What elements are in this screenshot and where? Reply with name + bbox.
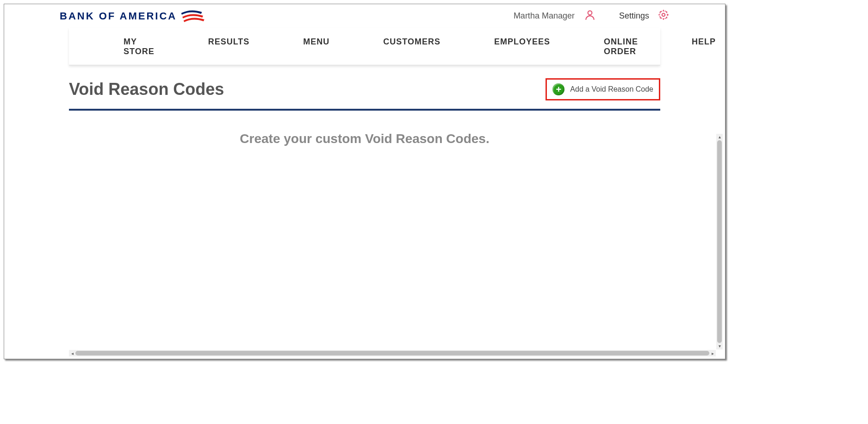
nav-online-order[interactable]: ONLINE ORDER xyxy=(600,37,642,56)
user-name-label: Martha Manager xyxy=(514,11,575,21)
main-content: Void Reason Codes + Add a Void Reason Co… xyxy=(4,60,725,337)
scroll-left-icon[interactable]: ◂ xyxy=(69,351,75,356)
content-wrap: Void Reason Codes + Add a Void Reason Co… xyxy=(4,60,725,359)
nav-customers[interactable]: CUSTOMERS xyxy=(379,37,444,56)
svg-point-1 xyxy=(662,13,665,17)
brand-text: BANK OF AMERICA xyxy=(60,10,177,22)
gear-icon xyxy=(657,9,670,23)
page-title: Void Reason Codes xyxy=(69,80,224,99)
header-bar: BANK OF AMERICA Martha Manager xyxy=(4,4,725,28)
app-window: BANK OF AMERICA Martha Manager xyxy=(4,4,725,359)
vertical-scrollbar[interactable]: ▴ ▾ xyxy=(716,134,723,349)
nav-results[interactable]: RESULTS xyxy=(205,37,254,56)
scroll-down-icon[interactable]: ▾ xyxy=(719,343,721,349)
plus-circle-icon: + xyxy=(552,83,564,95)
page-subtitle: Create your custom Void Reason Codes. xyxy=(69,131,660,146)
settings-menu[interactable]: Settings xyxy=(619,9,670,23)
scroll-up-icon[interactable]: ▴ xyxy=(719,134,721,140)
scroll-right-icon[interactable]: ▸ xyxy=(709,351,716,356)
horizontal-scroll-thumb[interactable] xyxy=(75,351,709,355)
brand-logo[interactable]: BANK OF AMERICA xyxy=(60,9,207,23)
header-right: Martha Manager Settings xyxy=(514,9,670,23)
page-header-row: Void Reason Codes + Add a Void Reason Co… xyxy=(69,78,660,111)
horizontal-scrollbar[interactable]: ◂ ▸ xyxy=(69,350,716,356)
add-void-reason-button[interactable]: + Add a Void Reason Code xyxy=(546,78,660,100)
svg-point-0 xyxy=(588,11,592,15)
add-void-reason-label: Add a Void Reason Code xyxy=(570,85,653,94)
flag-stripes-icon xyxy=(181,9,207,23)
settings-label: Settings xyxy=(619,11,649,21)
nav-my-store[interactable]: MY STORE xyxy=(120,37,158,56)
nav-employees[interactable]: EMPLOYEES xyxy=(490,37,554,56)
user-menu[interactable]: Martha Manager xyxy=(514,9,596,23)
nav-help[interactable]: HELP xyxy=(688,37,719,56)
person-icon xyxy=(584,9,596,23)
vertical-scroll-thumb[interactable] xyxy=(717,140,722,343)
nav-menu[interactable]: MENU xyxy=(299,37,333,56)
